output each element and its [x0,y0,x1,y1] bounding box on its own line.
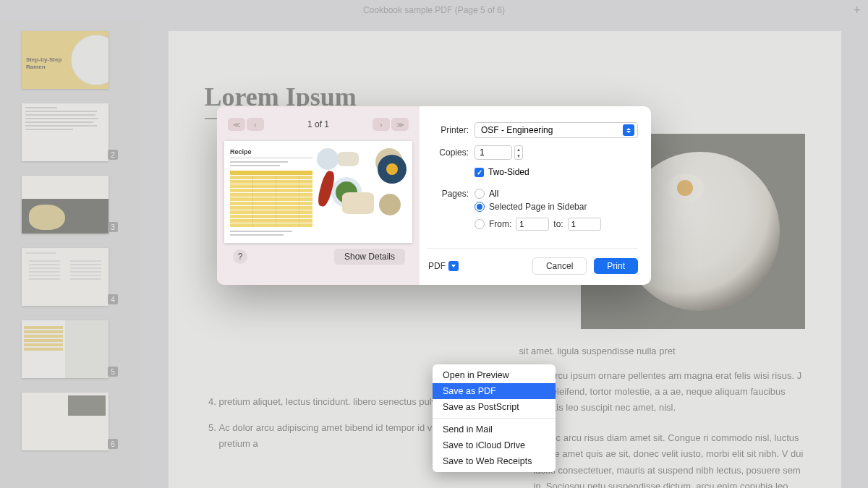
copies-label: Copies: [427,147,469,158]
print-options-panel: Printer: OSF - Engineering Copies: ▲▼ Tw… [420,106,651,285]
pdf-menu-save-as-pdf[interactable]: Save as PDF [433,383,556,399]
show-details-button[interactable]: Show Details [334,249,405,265]
two-sided-checkbox[interactable] [475,168,484,177]
pages-all-label: All [489,189,498,199]
chevron-down-icon [448,261,459,271]
pdf-menu-save-to-icloud[interactable]: Save to iCloud Drive [433,437,556,453]
print-button[interactable]: Print [594,258,638,274]
pdf-dropdown-button[interactable]: PDF [427,260,460,273]
menu-separator [433,418,556,419]
pdf-menu-save-as-postscript[interactable]: Save as PostScript [433,399,556,415]
pages-all-radio[interactable] [475,189,485,199]
printer-select[interactable]: OSF - Engineering [475,122,638,138]
pdf-menu-save-to-web-receipts[interactable]: Save to Web Receipts [433,453,556,469]
pages-selected-label: Selected Page in Sidebar [489,202,587,212]
dropdown-arrow-icon [623,124,634,136]
pages-to-label: to: [553,219,563,229]
two-sided-label: Two-Sided [488,167,529,177]
pages-label: Pages: [427,189,469,199]
pages-selected-radio[interactable] [475,202,485,212]
printer-selected-value: OSF - Engineering [481,125,553,135]
copies-input[interactable] [475,145,512,160]
print-preview-thumbnail: Recipe [224,141,412,243]
cancel-button[interactable]: Cancel [532,257,587,275]
printer-label: Printer: [427,125,469,135]
preview-next-last-buttons[interactable]: ›≫ [372,118,409,131]
pdf-menu-open-in-preview[interactable]: Open in Preview [433,367,556,383]
help-button[interactable]: ? [233,249,247,264]
pages-to-input[interactable] [568,218,601,231]
pages-from-radio[interactable] [475,219,485,229]
preview-first-prev-buttons[interactable]: ≪‹ [227,118,265,131]
pages-from-input[interactable] [516,218,549,231]
copies-stepper[interactable]: ▲▼ [514,145,523,160]
pages-from-label: From: [489,219,511,229]
pdf-dropdown-menu: Open in Preview Save as PDF Save as Post… [433,364,556,472]
preview-page-indicator: 1 of 1 [307,119,329,129]
print-preview-panel: ≪‹ 1 of 1 ›≫ Recipe [217,106,420,285]
pdf-menu-send-in-mail[interactable]: Send in Mail [433,421,556,437]
print-dialog: ≪‹ 1 of 1 ›≫ Recipe [217,106,651,285]
